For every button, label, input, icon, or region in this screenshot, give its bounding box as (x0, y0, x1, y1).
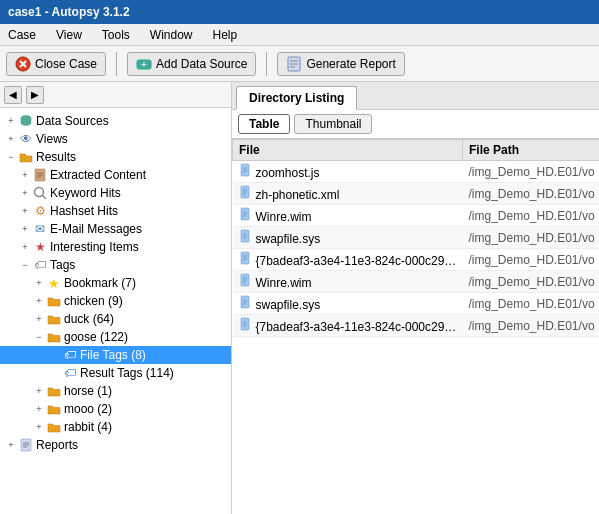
file-table: File File Path zoomhost.js/img_Demo_HD.E… (232, 139, 599, 514)
tree-node-extracted-content[interactable]: + Extracted Content (0, 166, 231, 184)
mooo-folder-icon (46, 401, 62, 417)
horse-folder-icon (46, 383, 62, 399)
expand-icon-interesting[interactable]: + (18, 242, 32, 252)
expand-icon-file-tags (48, 350, 62, 360)
file-icon (239, 295, 253, 309)
tree-node-chicken[interactable]: + chicken (9) (0, 292, 231, 310)
expand-icon-bookmark[interactable]: + (32, 278, 46, 288)
sub-tab-table[interactable]: Table (238, 114, 290, 134)
table-row[interactable]: zh-phonetic.xml/img_Demo_HD.E01/vo (233, 183, 600, 205)
views-icon: 👁 (18, 131, 34, 147)
tree-node-tags[interactable]: − 🏷 Tags (0, 256, 231, 274)
expand-icon-hashset[interactable]: + (18, 206, 32, 216)
sub-tab-thumbnail[interactable]: Thumbnail (294, 114, 372, 134)
node-label-email: E-Mail Messages (50, 222, 142, 236)
tree-node-views[interactable]: + 👁 Views (0, 130, 231, 148)
expand-icon-email[interactable]: + (18, 224, 32, 234)
table-row[interactable]: {7badeaf3-a3e4-11e3-824c-000c29484c74}{/… (233, 249, 600, 271)
file-path-cell: /img_Demo_HD.E01/vo (463, 271, 600, 293)
tree-node-email[interactable]: + ✉ E-Mail Messages (0, 220, 231, 238)
table-row[interactable]: Winre.wim/img_Demo_HD.E01/vo (233, 205, 600, 227)
svg-line-15 (43, 196, 47, 200)
file-path-cell: /img_Demo_HD.E01/vo (463, 249, 600, 271)
expand-icon-tags[interactable]: − (18, 260, 32, 270)
forward-button[interactable]: ▶ (26, 86, 44, 104)
toolbar-separator-2 (266, 52, 267, 76)
keyword-icon (32, 185, 48, 201)
tree-node-reports[interactable]: + Reports (0, 436, 231, 454)
generate-report-button[interactable]: Generate Report (277, 52, 404, 76)
node-label-bookmark: Bookmark (7) (64, 276, 136, 290)
svg-point-14 (35, 188, 44, 197)
tree-container: + Data Sources + 👁 Views − Resu (0, 108, 231, 458)
rabbit-folder-icon (46, 419, 62, 435)
node-label-views: Views (36, 132, 68, 146)
tree-node-bookmark[interactable]: + ★ Bookmark (7) (0, 274, 231, 292)
close-case-button[interactable]: Close Case (6, 52, 106, 76)
menu-view[interactable]: View (52, 26, 86, 44)
node-label-tags: Tags (50, 258, 75, 272)
close-case-label: Close Case (35, 57, 97, 71)
expand-icon-reports[interactable]: + (4, 440, 18, 450)
node-label-results: Results (36, 150, 76, 164)
table-row[interactable]: zoomhost.js/img_Demo_HD.E01/vo (233, 161, 600, 183)
expand-icon-mooo[interactable]: + (32, 404, 46, 414)
add-data-source-button[interactable]: + Add Data Source (127, 52, 256, 76)
back-button[interactable]: ◀ (4, 86, 22, 104)
results-icon (18, 149, 34, 165)
expand-icon-extracted[interactable]: + (18, 170, 32, 180)
tree-node-horse[interactable]: + horse (1) (0, 382, 231, 400)
table-row[interactable]: {7badeaf3-a3e4-11e3-824c-000c29484c74}/i… (233, 315, 600, 337)
expand-icon-chicken[interactable]: + (32, 296, 46, 306)
node-label-data-sources: Data Sources (36, 114, 109, 128)
goose-folder-icon (46, 329, 62, 345)
expand-icon-keyword[interactable]: + (18, 188, 32, 198)
tab-directory-listing[interactable]: Directory Listing (236, 86, 357, 110)
reports-icon (18, 437, 34, 453)
node-label-hashset: Hashset Hits (50, 204, 118, 218)
sub-tab-bar: Table Thumbnail (232, 110, 599, 139)
nav-bar: ◀ ▶ (0, 82, 231, 108)
interesting-icon: ★ (32, 239, 48, 255)
datasource-icon (18, 113, 34, 129)
tree-node-interesting[interactable]: + ★ Interesting Items (0, 238, 231, 256)
tree-node-duck[interactable]: + duck (64) (0, 310, 231, 328)
tree-node-file-tags[interactable]: 🏷 File Tags (8) (0, 346, 231, 364)
menu-case[interactable]: Case (4, 26, 40, 44)
tree-node-mooo[interactable]: + mooo (2) (0, 400, 231, 418)
email-icon: ✉ (32, 221, 48, 237)
tree-node-rabbit[interactable]: + rabbit (4) (0, 418, 231, 436)
expand-icon-goose[interactable]: − (32, 332, 46, 342)
menu-tools[interactable]: Tools (98, 26, 134, 44)
table-row[interactable]: Winre.wim/img_Demo_HD.E01/vo (233, 271, 600, 293)
table-row[interactable]: swapfile.sys/img_Demo_HD.E01/vo (233, 293, 600, 315)
expand-icon-results[interactable]: − (4, 152, 18, 162)
file-icon (239, 317, 253, 331)
file-name-cell: swapfile.sys (233, 227, 463, 249)
node-label-interesting: Interesting Items (50, 240, 139, 254)
node-label-duck: duck (64) (64, 312, 114, 326)
expand-icon-horse[interactable]: + (32, 386, 46, 396)
menu-help[interactable]: Help (209, 26, 242, 44)
toolbar: Close Case + Add Data Source Generate Re… (0, 46, 599, 82)
file-icon (239, 207, 253, 221)
tree-node-results[interactable]: − Results (0, 148, 231, 166)
tree-node-keyword-hits[interactable]: + Keyword Hits (0, 184, 231, 202)
expand-icon-result-tags (48, 368, 62, 378)
file-path-cell: /img_Demo_HD.E01/vo (463, 183, 600, 205)
table-row[interactable]: swapfile.sys/img_Demo_HD.E01/vo (233, 227, 600, 249)
add-data-source-label: Add Data Source (156, 57, 247, 71)
tree-node-hashset-hits[interactable]: + ⚙ Hashset Hits (0, 202, 231, 220)
file-name-cell: zoomhost.js (233, 161, 463, 183)
tree-node-result-tags[interactable]: 🏷 Result Tags (114) (0, 364, 231, 382)
tree-node-goose[interactable]: − goose (122) (0, 328, 231, 346)
file-path-cell: /img_Demo_HD.E01/vo (463, 293, 600, 315)
menu-window[interactable]: Window (146, 26, 197, 44)
expand-icon-rabbit[interactable]: + (32, 422, 46, 432)
expand-icon-data-sources[interactable]: + (4, 116, 18, 126)
expand-icon-duck[interactable]: + (32, 314, 46, 324)
expand-icon-views[interactable]: + (4, 134, 18, 144)
file-icon (239, 273, 253, 287)
tree-node-data-sources[interactable]: + Data Sources (0, 112, 231, 130)
extracted-icon (32, 167, 48, 183)
